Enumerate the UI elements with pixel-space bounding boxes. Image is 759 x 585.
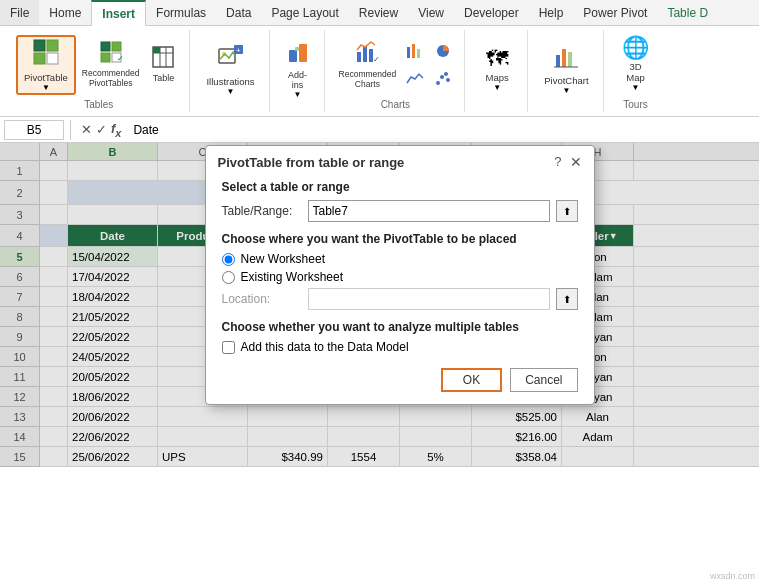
new-worksheet-option[interactable]: New Worksheet (222, 252, 578, 266)
location-label: Location: (222, 292, 302, 306)
tab-data[interactable]: Data (216, 0, 261, 25)
tables-group-label: Tables (84, 99, 113, 110)
svg-point-32 (444, 72, 448, 76)
dialog-controls: ? ✕ (554, 154, 581, 170)
svg-rect-22 (363, 46, 367, 62)
existing-worksheet-label: Existing Worksheet (241, 270, 344, 284)
formula-bar: ✕ ✓ fx (0, 117, 759, 143)
illustrations-group-items: + Illustrations ▼ (200, 32, 260, 108)
insert-function-icon[interactable]: fx (111, 121, 121, 139)
ribbon-group-3dmap: 🌐 3DMap ▼ Tours (606, 30, 666, 112)
placement-label: Choose where you want the PivotTable to … (222, 232, 578, 246)
add-model-row: Add this data to the Data Model (222, 340, 578, 354)
cancel-formula-icon[interactable]: ✕ (81, 122, 92, 137)
addins-label: Add-ins (288, 70, 307, 90)
recommended-pivot-button[interactable]: ✓ RecommendedPivotTables (78, 37, 144, 93)
svg-point-31 (446, 78, 450, 82)
chart-pie-button[interactable] (430, 38, 456, 64)
ribbon-group-pivot-chart: PivotChart ▼ (530, 30, 603, 112)
ok-button[interactable]: OK (441, 368, 502, 392)
addins-button[interactable]: Add-ins ▼ (280, 40, 316, 100)
tab-page-layout[interactable]: Page Layout (261, 0, 348, 25)
table-range-label: Table/Range: (222, 204, 302, 218)
location-select-button[interactable]: ⬆ (556, 288, 578, 310)
illustrations-icon: + (218, 44, 244, 74)
tab-power-pivot[interactable]: Power Pivot (573, 0, 657, 25)
illustrations-button[interactable]: + Illustrations ▼ (200, 40, 260, 100)
formula-input[interactable] (129, 123, 755, 137)
svg-point-29 (436, 81, 440, 85)
dialog-question-icon[interactable]: ? (554, 154, 561, 170)
svg-rect-19 (299, 44, 307, 62)
tab-table-d[interactable]: Table D (657, 0, 718, 25)
tab-help[interactable]: Help (529, 0, 574, 25)
recommended-charts-label: RecommendedCharts (339, 69, 397, 89)
multiple-tables-section: Choose whether you want to analyze multi… (222, 320, 578, 354)
pivot-table-icon (32, 38, 60, 70)
recommended-charts-button[interactable]: ✓ RecommendedCharts (335, 37, 401, 93)
pivot-chart-group-items: PivotChart ▼ (538, 32, 594, 108)
chart-bar-button[interactable] (402, 38, 428, 64)
3dmap-dropdown-icon: ▼ (632, 83, 640, 92)
illustrations-dropdown-icon: ▼ (227, 87, 235, 96)
tab-file[interactable]: File (0, 0, 39, 25)
dialog-body: Select a table or range Table/Range: ⬆ C… (206, 176, 594, 404)
svg-rect-26 (412, 44, 415, 58)
existing-worksheet-option[interactable]: Existing Worksheet (222, 270, 578, 284)
watermark: wxsdn.com (710, 571, 755, 581)
svg-rect-6 (101, 53, 110, 62)
formula-separator (70, 120, 71, 140)
ribbon-group-addins: Add-ins ▼ (272, 30, 325, 112)
tab-formulas[interactable]: Formulas (146, 0, 216, 25)
location-row: Location: ⬆ (222, 288, 578, 310)
multiple-tables-label: Choose whether you want to analyze multi… (222, 320, 578, 334)
cancel-button[interactable]: Cancel (510, 368, 577, 392)
tab-home[interactable]: Home (39, 0, 91, 25)
cell-reference-input[interactable] (4, 120, 64, 140)
select-range-label: Select a table or range (222, 180, 578, 194)
svg-rect-21 (357, 52, 361, 62)
table-button[interactable]: Table (145, 37, 181, 93)
ribbon-group-maps: 🗺 Maps ▼ (467, 30, 528, 112)
new-worksheet-radio[interactable] (222, 253, 235, 266)
location-input[interactable] (308, 288, 550, 310)
tab-developer[interactable]: Developer (454, 0, 529, 25)
svg-rect-35 (568, 52, 572, 67)
table-range-select-button[interactable]: ⬆ (556, 200, 578, 222)
chart-scatter-button[interactable] (430, 66, 456, 92)
confirm-formula-icon[interactable]: ✓ (96, 122, 107, 137)
addins-group-items: Add-ins ▼ (280, 32, 316, 108)
pivot-chart-icon (554, 45, 578, 73)
table-icon (152, 46, 174, 71)
pivot-chart-button[interactable]: PivotChart ▼ (538, 40, 594, 100)
table-range-row: Table/Range: ⬆ (222, 200, 578, 222)
pivot-table-label: PivotTable (24, 72, 68, 83)
tab-view[interactable]: View (408, 0, 454, 25)
tab-review[interactable]: Review (349, 0, 408, 25)
dialog-footer: OK Cancel (222, 364, 578, 392)
tab-insert[interactable]: Insert (91, 0, 146, 26)
existing-worksheet-radio[interactable] (222, 271, 235, 284)
pivot-chart-dropdown-icon: ▼ (562, 86, 570, 95)
3dmap-group-label: Tours (623, 99, 647, 110)
3d-map-icon: 🌐 (622, 37, 649, 59)
maps-button[interactable]: 🗺 Maps ▼ (475, 40, 519, 100)
3dmap-group-items: 🌐 3DMap ▼ (614, 32, 658, 97)
table-range-input[interactable] (308, 200, 550, 222)
pivot-table-button[interactable]: PivotTable ▼ (16, 35, 76, 95)
svg-rect-20 (295, 47, 299, 51)
placement-options: New Worksheet Existing Worksheet (222, 252, 578, 284)
select-range-section: Select a table or range Table/Range: ⬆ (222, 180, 578, 222)
svg-rect-13 (153, 47, 160, 53)
svg-rect-4 (101, 42, 110, 51)
maps-dropdown-icon: ▼ (493, 83, 501, 92)
3d-map-button[interactable]: 🌐 3DMap ▼ (614, 35, 658, 95)
svg-rect-25 (407, 47, 410, 58)
illustrations-label: Illustrations (206, 76, 254, 87)
add-model-label: Add this data to the Data Model (241, 340, 409, 354)
add-model-checkbox[interactable] (222, 341, 235, 354)
svg-rect-27 (417, 49, 420, 58)
chart-line-button[interactable] (402, 66, 428, 92)
placement-section: Choose where you want the PivotTable to … (222, 232, 578, 310)
dialog-close-icon[interactable]: ✕ (570, 154, 582, 170)
